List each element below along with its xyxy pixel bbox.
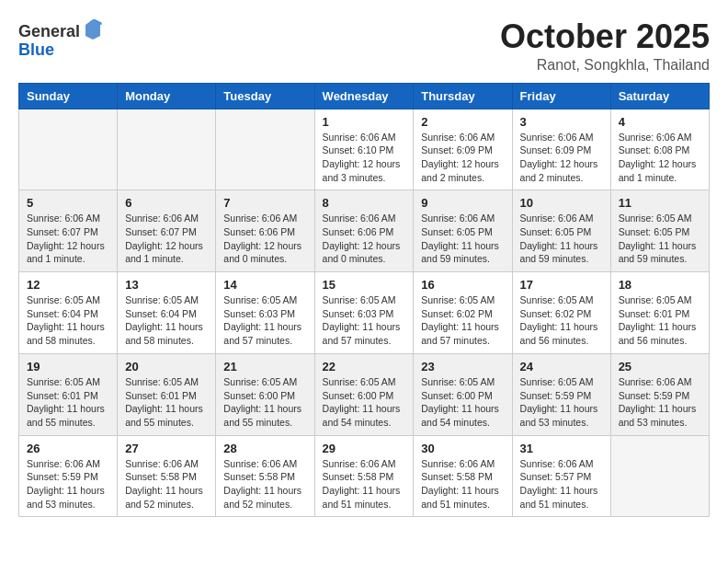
day-info: Sunrise: 6:06 AM Sunset: 6:05 PM Dayligh…	[520, 212, 603, 266]
calendar-cell: 9Sunrise: 6:06 AM Sunset: 6:05 PM Daylig…	[414, 190, 512, 272]
day-number: 14	[223, 278, 306, 292]
day-info: Sunrise: 6:06 AM Sunset: 5:59 PM Dayligh…	[27, 457, 109, 511]
day-info: Sunrise: 6:06 AM Sunset: 6:07 PM Dayligh…	[125, 212, 208, 266]
day-number: 26	[27, 442, 109, 455]
calendar-cell: 19Sunrise: 6:05 AM Sunset: 6:01 PM Dayli…	[19, 353, 118, 435]
day-number: 25	[619, 360, 701, 373]
calendar-cell	[19, 109, 118, 190]
calendar-cell: 15Sunrise: 6:05 AM Sunset: 6:03 PM Dayli…	[314, 272, 414, 354]
day-number: 1	[323, 115, 406, 129]
day-number: 20	[125, 360, 208, 373]
calendar-cell: 16Sunrise: 6:05 AM Sunset: 6:02 PM Dayli…	[414, 272, 512, 354]
day-number: 4	[619, 115, 701, 129]
day-number: 11	[619, 196, 701, 210]
weekday-header-friday: Friday	[512, 83, 610, 109]
calendar-week-row: 12Sunrise: 6:05 AM Sunset: 6:04 PM Dayli…	[19, 272, 710, 354]
day-number: 22	[323, 360, 406, 373]
calendar-cell: 23Sunrise: 6:05 AM Sunset: 6:00 PM Dayli…	[414, 353, 512, 435]
day-info: Sunrise: 6:05 AM Sunset: 6:00 PM Dayligh…	[323, 375, 406, 430]
calendar-table: SundayMondayTuesdayWednesdayThursdayFrid…	[18, 83, 710, 518]
day-number: 5	[27, 196, 109, 210]
day-info: Sunrise: 6:06 AM Sunset: 5:57 PM Dayligh…	[520, 457, 603, 511]
weekday-header-sunday: Sunday	[19, 83, 118, 109]
day-number: 19	[27, 360, 109, 373]
calendar-cell: 26Sunrise: 6:06 AM Sunset: 5:59 PM Dayli…	[19, 435, 118, 517]
day-number: 7	[223, 196, 306, 210]
calendar-cell: 27Sunrise: 6:06 AM Sunset: 5:58 PM Dayli…	[118, 435, 216, 517]
day-number: 24	[520, 360, 603, 373]
day-number: 10	[520, 196, 603, 210]
calendar-cell: 30Sunrise: 6:06 AM Sunset: 5:58 PM Dayli…	[414, 435, 512, 517]
day-info: Sunrise: 6:05 AM Sunset: 6:00 PM Dayligh…	[421, 375, 504, 430]
day-number: 29	[323, 442, 406, 455]
calendar-cell: 31Sunrise: 6:06 AM Sunset: 5:57 PM Dayli…	[512, 435, 610, 517]
calendar-cell: 22Sunrise: 6:05 AM Sunset: 6:00 PM Dayli…	[314, 353, 414, 435]
day-number: 23	[421, 360, 504, 373]
calendar-cell: 20Sunrise: 6:05 AM Sunset: 6:01 PM Dayli…	[118, 353, 216, 435]
calendar-cell: 12Sunrise: 6:05 AM Sunset: 6:04 PM Dayli…	[19, 272, 118, 354]
day-number: 9	[421, 196, 504, 210]
day-info: Sunrise: 6:05 AM Sunset: 6:04 PM Dayligh…	[27, 293, 109, 348]
logo-general: General	[18, 23, 80, 41]
day-number: 13	[125, 278, 208, 292]
logo-blue: Blue	[18, 41, 104, 60]
calendar-cell: 2Sunrise: 6:06 AM Sunset: 6:09 PM Daylig…	[414, 109, 512, 190]
calendar-week-row: 5Sunrise: 6:06 AM Sunset: 6:07 PM Daylig…	[19, 190, 710, 272]
calendar-cell: 8Sunrise: 6:06 AM Sunset: 6:06 PM Daylig…	[314, 190, 414, 272]
calendar-cell: 1Sunrise: 6:06 AM Sunset: 6:10 PM Daylig…	[314, 109, 414, 190]
day-info: Sunrise: 6:05 AM Sunset: 6:02 PM Dayligh…	[421, 293, 504, 348]
day-info: Sunrise: 6:05 AM Sunset: 6:05 PM Dayligh…	[619, 212, 701, 266]
day-info: Sunrise: 6:05 AM Sunset: 6:03 PM Dayligh…	[323, 293, 406, 348]
day-number: 8	[323, 196, 406, 210]
day-info: Sunrise: 6:06 AM Sunset: 6:09 PM Dayligh…	[421, 131, 504, 185]
calendar-cell: 13Sunrise: 6:05 AM Sunset: 6:04 PM Dayli…	[118, 272, 216, 354]
day-info: Sunrise: 6:06 AM Sunset: 5:58 PM Dayligh…	[323, 457, 406, 511]
day-number: 2	[421, 115, 504, 129]
calendar-cell	[118, 109, 216, 190]
weekday-header-row: SundayMondayTuesdayWednesdayThursdayFrid…	[19, 83, 710, 109]
day-info: Sunrise: 6:05 AM Sunset: 5:59 PM Dayligh…	[520, 375, 603, 430]
page-header: General Blue October 2025 Ranot, Songkhl…	[18, 18, 710, 74]
month-title: October 2025	[500, 18, 710, 55]
day-number: 27	[125, 442, 208, 455]
calendar-cell	[610, 435, 709, 517]
day-info: Sunrise: 6:06 AM Sunset: 6:05 PM Dayligh…	[421, 212, 504, 266]
location-title: Ranot, Songkhla, Thailand	[500, 57, 710, 74]
calendar-cell: 21Sunrise: 6:05 AM Sunset: 6:00 PM Dayli…	[216, 353, 314, 435]
title-block: October 2025 Ranot, Songkhla, Thailand	[500, 18, 710, 74]
calendar-cell: 25Sunrise: 6:06 AM Sunset: 5:59 PM Dayli…	[610, 353, 709, 435]
day-info: Sunrise: 6:06 AM Sunset: 5:58 PM Dayligh…	[223, 457, 306, 511]
weekday-header-monday: Monday	[118, 83, 216, 109]
weekday-header-wednesday: Wednesday	[314, 83, 414, 109]
day-number: 21	[223, 360, 306, 373]
day-info: Sunrise: 6:05 AM Sunset: 6:03 PM Dayligh…	[223, 293, 306, 348]
calendar-cell: 28Sunrise: 6:06 AM Sunset: 5:58 PM Dayli…	[216, 435, 314, 517]
day-info: Sunrise: 6:06 AM Sunset: 6:07 PM Dayligh…	[27, 212, 109, 266]
day-number: 17	[520, 278, 603, 292]
day-number: 3	[520, 115, 603, 129]
day-number: 15	[323, 278, 406, 292]
day-info: Sunrise: 6:05 AM Sunset: 6:00 PM Dayligh…	[223, 375, 306, 430]
calendar-cell: 29Sunrise: 6:06 AM Sunset: 5:58 PM Dayli…	[314, 435, 414, 517]
day-number: 18	[619, 278, 701, 292]
weekday-header-tuesday: Tuesday	[216, 83, 314, 109]
day-number: 31	[520, 442, 603, 455]
weekday-header-thursday: Thursday	[414, 83, 512, 109]
calendar-cell: 7Sunrise: 6:06 AM Sunset: 6:06 PM Daylig…	[216, 190, 314, 272]
day-info: Sunrise: 6:06 AM Sunset: 5:58 PM Dayligh…	[421, 457, 504, 511]
weekday-header-saturday: Saturday	[610, 83, 709, 109]
calendar-cell: 3Sunrise: 6:06 AM Sunset: 6:09 PM Daylig…	[512, 109, 610, 190]
day-number: 28	[223, 442, 306, 455]
day-number: 30	[421, 442, 504, 455]
day-info: Sunrise: 6:05 AM Sunset: 6:04 PM Dayligh…	[125, 293, 208, 348]
day-info: Sunrise: 6:06 AM Sunset: 6:06 PM Dayligh…	[223, 212, 306, 266]
day-info: Sunrise: 6:05 AM Sunset: 6:01 PM Dayligh…	[619, 293, 701, 348]
day-info: Sunrise: 6:06 AM Sunset: 6:10 PM Dayligh…	[323, 131, 406, 185]
calendar-cell: 24Sunrise: 6:05 AM Sunset: 5:59 PM Dayli…	[512, 353, 610, 435]
calendar-week-row: 19Sunrise: 6:05 AM Sunset: 6:01 PM Dayli…	[19, 353, 710, 435]
day-info: Sunrise: 6:05 AM Sunset: 6:01 PM Dayligh…	[125, 375, 208, 430]
calendar-cell: 10Sunrise: 6:06 AM Sunset: 6:05 PM Dayli…	[512, 190, 610, 272]
day-info: Sunrise: 6:05 AM Sunset: 6:02 PM Dayligh…	[520, 293, 603, 348]
day-info: Sunrise: 6:06 AM Sunset: 6:08 PM Dayligh…	[619, 131, 701, 185]
day-info: Sunrise: 6:06 AM Sunset: 5:58 PM Dayligh…	[125, 457, 208, 511]
